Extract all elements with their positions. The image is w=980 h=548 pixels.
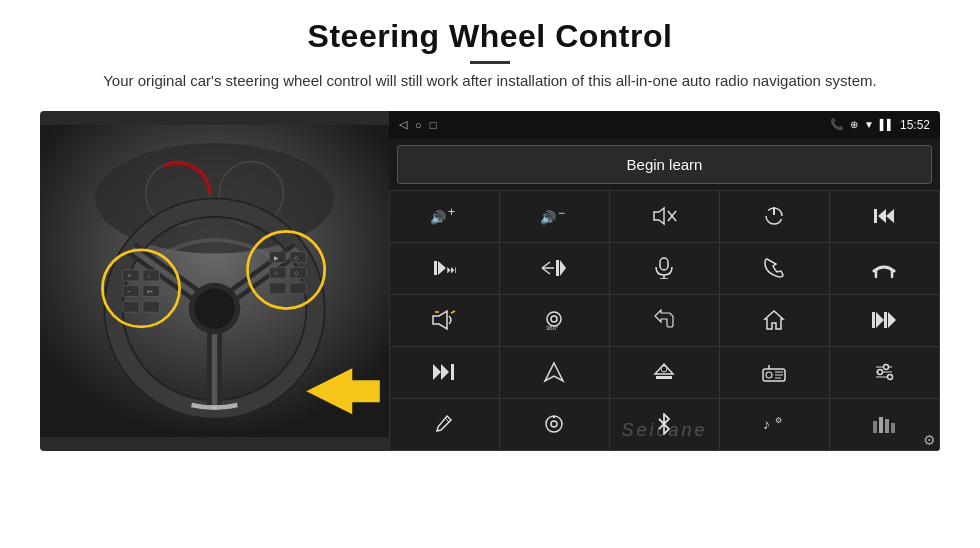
bluetooth-button[interactable] <box>610 399 719 450</box>
svg-point-90 <box>884 365 889 370</box>
svg-rect-75 <box>451 364 454 380</box>
svg-text:⚙: ⚙ <box>775 416 782 425</box>
wifi-icon: ▼ <box>864 119 874 130</box>
svg-rect-78 <box>656 376 672 379</box>
svg-marker-76 <box>545 363 563 381</box>
svg-rect-99 <box>879 417 883 433</box>
svg-text:360°: 360° <box>546 325 559 331</box>
svg-point-13 <box>194 288 234 328</box>
location-icon: ⊕ <box>850 119 858 130</box>
svg-marker-73 <box>433 364 441 380</box>
svg-point-79 <box>661 366 667 372</box>
title-section: Steering Wheel Control Your original car… <box>40 18 940 105</box>
mute-button[interactable] <box>610 191 719 242</box>
svg-text:▶: ▶ <box>274 254 279 260</box>
horn-button[interactable] <box>390 295 499 346</box>
svg-text:○: ○ <box>274 269 278 276</box>
svg-marker-70 <box>876 312 884 328</box>
chapter-next-button[interactable] <box>390 347 499 398</box>
svg-point-89 <box>878 370 883 375</box>
icon-grid: 🔊+ 🔊− <box>389 190 940 451</box>
status-bar: ◁ ○ □ 📞 ⊕ ▼ ▌▌ 15:52 <box>389 111 940 139</box>
subtitle-text: Your original car's steering wheel contr… <box>40 70 940 93</box>
gear-icon[interactable]: ⚙ <box>923 432 936 448</box>
status-right: 📞 ⊕ ▼ ▌▌ 15:52 <box>830 118 930 132</box>
begin-learn-button[interactable]: Begin learn <box>397 145 932 184</box>
svg-point-66 <box>551 316 557 322</box>
content-row: + ≈ − ↩ ▶ ◇ ○ ◇ <box>40 111 940 451</box>
svg-marker-72 <box>888 312 896 328</box>
pen-button[interactable] <box>390 399 499 450</box>
svg-text:🔊: 🔊 <box>430 209 447 226</box>
svg-point-93 <box>546 416 562 432</box>
svg-text:+: + <box>448 205 455 219</box>
svg-line-64 <box>451 311 455 313</box>
vol-up-button[interactable]: 🔊+ <box>390 191 499 242</box>
settings-knob-button[interactable] <box>500 399 609 450</box>
page-title: Steering Wheel Control <box>40 18 940 55</box>
svg-rect-100 <box>885 419 889 433</box>
svg-text:🔊: 🔊 <box>540 209 557 226</box>
svg-rect-69 <box>872 312 875 328</box>
navigate-button[interactable] <box>500 347 609 398</box>
svg-marker-50 <box>438 261 446 275</box>
page-wrapper: Steering Wheel Control Your original car… <box>0 0 980 548</box>
nav-icons: ◁ ○ □ <box>399 118 436 131</box>
signal-icon: ▌▌ <box>880 119 894 130</box>
prev-track-button[interactable] <box>830 191 939 242</box>
svg-rect-57 <box>660 258 668 270</box>
svg-rect-31 <box>290 282 307 293</box>
equalizer-button[interactable] <box>830 347 939 398</box>
svg-line-52 <box>542 262 550 268</box>
home-nav-icon[interactable]: ○ <box>415 119 422 131</box>
title-divider <box>470 61 510 64</box>
svg-point-65 <box>547 312 561 326</box>
svg-rect-49 <box>434 261 437 275</box>
home-button[interactable] <box>720 295 829 346</box>
phone-call-button[interactable] <box>720 243 829 294</box>
svg-rect-19 <box>123 301 140 312</box>
audio-levels-button[interactable]: ⚙ <box>830 399 939 450</box>
double-rewind-button[interactable] <box>830 295 939 346</box>
svg-point-94 <box>551 421 557 427</box>
svg-line-92 <box>445 418 449 422</box>
svg-text:◇: ◇ <box>294 254 299 260</box>
back-nav-icon[interactable]: ◁ <box>399 118 407 131</box>
svg-point-81 <box>766 372 772 378</box>
svg-marker-41 <box>654 208 664 224</box>
svg-marker-74 <box>441 364 449 380</box>
back-button[interactable] <box>610 295 719 346</box>
svg-text:♪: ♪ <box>763 416 770 432</box>
svg-rect-71 <box>884 312 887 328</box>
svg-rect-48 <box>874 209 877 223</box>
svg-rect-20 <box>143 301 160 312</box>
phone-status-icon: 📞 <box>830 118 844 131</box>
eject-button[interactable] <box>610 347 719 398</box>
svg-rect-98 <box>873 421 877 433</box>
svg-point-91 <box>888 375 893 380</box>
svg-rect-16 <box>143 269 160 280</box>
360-camera-button[interactable]: 360° <box>500 295 609 346</box>
cross-prev-button[interactable] <box>500 243 609 294</box>
svg-text:⏭: ⏭ <box>447 264 456 275</box>
music-settings-button[interactable]: ♪ ⚙ <box>720 399 829 450</box>
hang-up-button[interactable] <box>830 243 939 294</box>
svg-text:+: + <box>127 272 131 279</box>
radio-button[interactable] <box>720 347 829 398</box>
microphone-button[interactable] <box>610 243 719 294</box>
svg-rect-55 <box>556 260 559 276</box>
power-button[interactable] <box>720 191 829 242</box>
svg-marker-56 <box>560 260 566 276</box>
svg-marker-46 <box>886 209 894 223</box>
svg-text:◇: ◇ <box>294 270 299 276</box>
svg-point-95 <box>553 416 555 418</box>
svg-rect-101 <box>891 423 895 433</box>
skip-forward-button[interactable]: ⏭ <box>390 243 499 294</box>
svg-rect-30 <box>270 282 287 293</box>
recents-nav-icon[interactable]: □ <box>430 119 437 131</box>
svg-marker-47 <box>878 209 886 223</box>
vol-down-button[interactable]: 🔊− <box>500 191 609 242</box>
time-display: 15:52 <box>900 118 930 132</box>
svg-marker-68 <box>765 311 783 329</box>
svg-line-53 <box>542 268 550 274</box>
